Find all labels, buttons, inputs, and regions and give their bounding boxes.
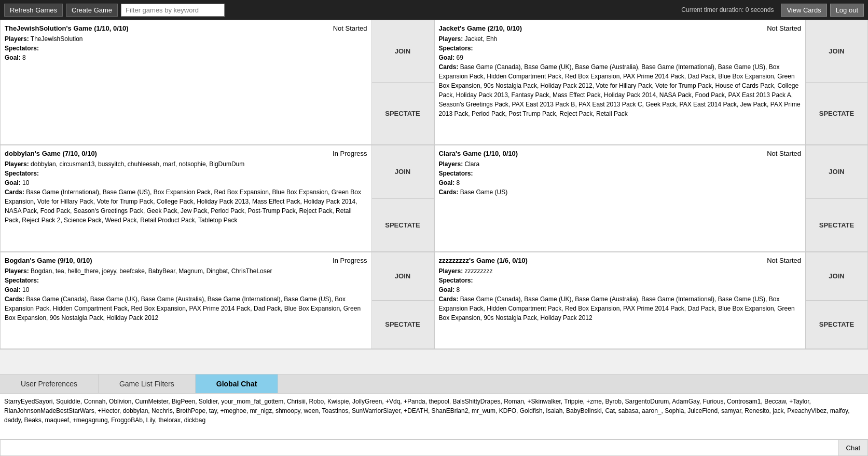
game-title: zzzzzzzzz's Game (1/6, 0/10) xyxy=(439,257,528,264)
game-detail: Players: zzzzzzzzzSpectators:Goal: 8Card… xyxy=(439,266,802,323)
game-actions: JOINSPECTATE xyxy=(371,252,434,348)
spectate-button[interactable]: SPECTATE xyxy=(806,83,867,144)
game-title: TheJewishSolution's Game (1/10, 0/10) xyxy=(5,24,129,32)
game-title: Bogdan's Game (9/10, 0/10) xyxy=(5,257,92,264)
join-button[interactable]: JOIN xyxy=(806,252,867,301)
game-actions: JOINSPECTATE xyxy=(805,145,867,251)
players-label: Players: xyxy=(5,267,29,275)
create-game-button[interactable]: Create Game xyxy=(66,4,118,17)
players-label: Players: xyxy=(439,35,463,43)
spectators-label: Spectators: xyxy=(5,277,39,284)
players-label: Players: xyxy=(439,160,463,168)
tab-game-list-filters[interactable]: Game List Filters xyxy=(99,374,196,393)
chat-input[interactable] xyxy=(0,439,839,456)
game-detail: Players: dobbylan, circusman13, bussyitc… xyxy=(5,159,367,225)
game-card: TheJewishSolution's Game (1/10, 0/10)Not… xyxy=(0,20,434,145)
game-info: zzzzzzzzz's Game (1/6, 0/10)Not StartedP… xyxy=(435,252,806,348)
spectate-button[interactable]: SPECTATE xyxy=(806,199,867,251)
spectate-button[interactable]: SPECTATE xyxy=(372,301,434,348)
game-info: Jacket's Game (2/10, 0/10)Not StartedPla… xyxy=(435,20,806,144)
game-info: dobbylan's Game (7/10, 0/10)In ProgressP… xyxy=(1,145,371,251)
players-label: Players: xyxy=(5,160,29,168)
game-detail: Players: Bogdan, tea, hello_there, joeyy… xyxy=(5,266,367,323)
join-button[interactable]: JOIN xyxy=(372,145,434,198)
game-info: Clara's Game (1/10, 0/10)Not StartedPlay… xyxy=(435,145,806,251)
spectate-button[interactable]: SPECTATE xyxy=(372,199,434,251)
game-info: TheJewishSolution's Game (1/10, 0/10)Not… xyxy=(1,20,371,144)
players-label: Players: xyxy=(5,35,29,43)
goal-label: Goal: xyxy=(5,54,21,61)
cards-label: Cards: xyxy=(439,296,459,303)
spectators-label: Spectators: xyxy=(5,170,39,177)
game-actions: JOINSPECTATE xyxy=(805,20,867,144)
spectate-button[interactable]: SPECTATE xyxy=(372,83,434,144)
game-status: Not Started xyxy=(767,150,801,157)
bottom-panel: User PreferencesGame List FiltersGlobal … xyxy=(0,374,868,456)
game-card: Clara's Game (1/10, 0/10)Not StartedPlay… xyxy=(434,145,869,251)
game-card: Jacket's Game (2/10, 0/10)Not StartedPla… xyxy=(434,20,869,145)
game-list: TheJewishSolution's Game (1/10, 0/10)Not… xyxy=(0,20,868,350)
game-title: Clara's Game (1/10, 0/10) xyxy=(439,150,518,157)
game-title: Jacket's Game (2/10, 0/10) xyxy=(439,24,522,32)
join-button[interactable]: JOIN xyxy=(806,20,867,83)
timer-text: Current timer duration: 0 seconds xyxy=(681,6,774,14)
tab-bar: User PreferencesGame List FiltersGlobal … xyxy=(0,374,868,394)
goal-label: Goal: xyxy=(439,54,455,61)
header: Refresh Games Create Game Current timer … xyxy=(0,0,868,20)
game-status: In Progress xyxy=(333,150,367,157)
cards-label: Cards: xyxy=(439,63,459,71)
game-detail: Players: Jacket, EhhSpectators:Goal: 69C… xyxy=(439,34,802,118)
game-actions: JOINSPECTATE xyxy=(371,145,434,251)
filter-input[interactable] xyxy=(121,4,225,17)
game-detail: Players: ClaraSpectators:Goal: 8Cards: B… xyxy=(439,159,802,197)
goal-label: Goal: xyxy=(5,179,21,186)
game-status: Not Started xyxy=(767,257,801,264)
goal-label: Goal: xyxy=(439,179,455,186)
game-status: Not Started xyxy=(333,24,367,32)
chat-input-row: Chat xyxy=(0,439,868,456)
players-label: Players: xyxy=(439,267,463,275)
goal-label: Goal: xyxy=(439,286,455,293)
join-button[interactable]: JOIN xyxy=(372,20,434,83)
game-card: Bogdan's Game (9/10, 0/10)In ProgressPla… xyxy=(0,252,434,349)
spectators-label: Spectators: xyxy=(5,45,39,52)
game-info: Bogdan's Game (9/10, 0/10)In ProgressPla… xyxy=(1,252,371,348)
spectators-label: Spectators: xyxy=(439,170,473,177)
chat-messages: StarryEyedSayori, Squiddie, Connah, Obli… xyxy=(0,394,868,439)
game-status: In Progress xyxy=(333,257,367,264)
game-actions: JOINSPECTATE xyxy=(371,20,434,144)
chat-area: StarryEyedSayori, Squiddie, Connah, Obli… xyxy=(0,394,868,456)
logout-button[interactable]: Log out xyxy=(830,4,864,17)
goal-label: Goal: xyxy=(5,286,21,293)
game-status: Not Started xyxy=(767,24,801,32)
cards-label: Cards: xyxy=(439,189,459,196)
game-card: zzzzzzzzz's Game (1/6, 0/10)Not StartedP… xyxy=(434,252,869,349)
chat-send-button[interactable]: Chat xyxy=(839,439,868,456)
tab-user-prefs[interactable]: User Preferences xyxy=(0,374,99,393)
spectators-label: Spectators: xyxy=(439,277,473,284)
view-cards-button[interactable]: View Cards xyxy=(781,4,826,17)
game-actions: JOINSPECTATE xyxy=(805,252,867,348)
spectators-label: Spectators: xyxy=(439,45,473,52)
game-title: dobbylan's Game (7/10, 0/10) xyxy=(5,150,97,157)
game-detail: Players: TheJewishSolutionSpectators:Goa… xyxy=(5,34,367,62)
tab-global-chat[interactable]: Global Chat xyxy=(196,374,279,393)
game-card: dobbylan's Game (7/10, 0/10)In ProgressP… xyxy=(0,145,434,251)
cards-label: Cards: xyxy=(5,296,24,303)
refresh-games-button[interactable]: Refresh Games xyxy=(4,4,63,17)
join-button[interactable]: JOIN xyxy=(372,252,434,301)
cards-label: Cards: xyxy=(5,189,24,196)
spectate-button[interactable]: SPECTATE xyxy=(806,301,867,348)
join-button[interactable]: JOIN xyxy=(806,145,867,198)
